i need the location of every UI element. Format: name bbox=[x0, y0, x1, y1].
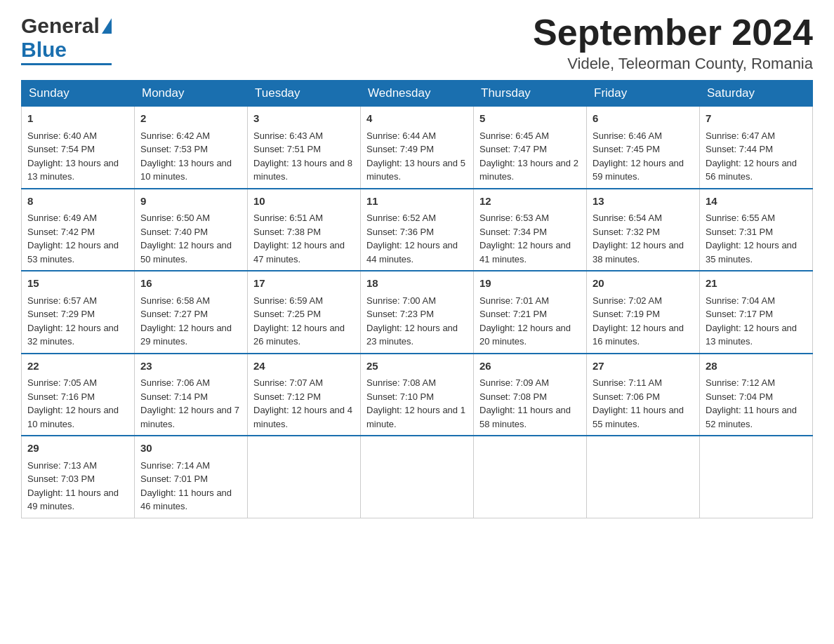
sunset-text: Sunset: 7:53 PM bbox=[140, 142, 241, 156]
sunrise-text: Sunrise: 6:45 AM bbox=[479, 129, 581, 143]
day-number: 30 bbox=[140, 441, 241, 457]
daylight-text: Daylight: 11 hours and 46 minutes. bbox=[140, 486, 241, 514]
table-row: 8Sunrise: 6:49 AMSunset: 7:42 PMDaylight… bbox=[22, 189, 135, 271]
day-number: 27 bbox=[593, 358, 694, 375]
table-row: 29Sunrise: 7:13 AMSunset: 7:03 PMDayligh… bbox=[22, 436, 135, 518]
table-row: 13Sunrise: 6:54 AMSunset: 7:32 PMDayligh… bbox=[587, 189, 700, 271]
header-sunday: Sunday bbox=[22, 81, 135, 107]
day-number: 16 bbox=[140, 276, 241, 292]
logo-general-word: General bbox=[21, 14, 100, 38]
day-number: 8 bbox=[27, 194, 128, 210]
day-number: 28 bbox=[706, 358, 807, 375]
sunrise-text: Sunrise: 7:07 AM bbox=[253, 376, 355, 390]
logo: General Blue bbox=[21, 14, 112, 65]
sunrise-text: Sunrise: 7:06 AM bbox=[140, 376, 241, 390]
daylight-text: Daylight: 11 hours and 49 minutes. bbox=[27, 486, 128, 514]
table-row: 19Sunrise: 7:01 AMSunset: 7:21 PMDayligh… bbox=[474, 271, 587, 354]
sunrise-text: Sunrise: 6:50 AM bbox=[140, 211, 241, 225]
day-number: 3 bbox=[253, 111, 355, 127]
sunset-text: Sunset: 7:47 PM bbox=[479, 142, 581, 156]
day-number: 29 bbox=[27, 441, 128, 457]
sunset-text: Sunset: 7:27 PM bbox=[140, 307, 241, 321]
sunrise-text: Sunrise: 7:13 AM bbox=[27, 459, 128, 473]
table-row: 22Sunrise: 7:05 AMSunset: 7:16 PMDayligh… bbox=[22, 354, 135, 436]
calendar-week-row: 8Sunrise: 6:49 AMSunset: 7:42 PMDaylight… bbox=[22, 189, 813, 271]
sunset-text: Sunset: 7:29 PM bbox=[27, 307, 128, 321]
daylight-text: Daylight: 12 hours and 59 minutes. bbox=[593, 156, 694, 184]
daylight-text: Daylight: 12 hours and 44 minutes. bbox=[366, 239, 468, 266]
table-row: 12Sunrise: 6:53 AMSunset: 7:34 PMDayligh… bbox=[474, 189, 587, 271]
sunrise-text: Sunrise: 6:55 AM bbox=[706, 211, 807, 225]
sunrise-text: Sunrise: 7:08 AM bbox=[366, 376, 468, 390]
sunset-text: Sunset: 7:21 PM bbox=[479, 307, 581, 321]
table-row: 27Sunrise: 7:11 AMSunset: 7:06 PMDayligh… bbox=[587, 354, 700, 436]
daylight-text: Daylight: 13 hours and 8 minutes. bbox=[253, 156, 355, 184]
day-number: 21 bbox=[706, 276, 807, 292]
table-row: 16Sunrise: 6:58 AMSunset: 7:27 PMDayligh… bbox=[135, 271, 248, 354]
day-number: 7 bbox=[706, 111, 807, 127]
calendar-table: Sunday Monday Tuesday Wednesday Thursday… bbox=[21, 80, 813, 518]
logo-blue-word: Blue bbox=[21, 38, 67, 61]
table-row bbox=[361, 436, 474, 518]
table-row: 10Sunrise: 6:51 AMSunset: 7:38 PMDayligh… bbox=[248, 189, 361, 271]
sunset-text: Sunset: 7:10 PM bbox=[366, 390, 468, 404]
sunrise-text: Sunrise: 6:47 AM bbox=[706, 129, 807, 143]
table-row: 30Sunrise: 7:14 AMSunset: 7:01 PMDayligh… bbox=[135, 436, 248, 518]
daylight-text: Daylight: 12 hours and 53 minutes. bbox=[27, 239, 128, 266]
day-number: 18 bbox=[366, 276, 468, 292]
daylight-text: Daylight: 11 hours and 52 minutes. bbox=[706, 403, 807, 431]
table-row bbox=[700, 436, 813, 518]
table-row: 6Sunrise: 6:46 AMSunset: 7:45 PMDaylight… bbox=[587, 107, 700, 189]
table-row: 14Sunrise: 6:55 AMSunset: 7:31 PMDayligh… bbox=[700, 189, 813, 271]
sunset-text: Sunset: 7:23 PM bbox=[366, 307, 468, 321]
daylight-text: Daylight: 12 hours and 47 minutes. bbox=[253, 239, 355, 266]
daylight-text: Daylight: 12 hours and 38 minutes. bbox=[593, 239, 694, 266]
table-row: 26Sunrise: 7:09 AMSunset: 7:08 PMDayligh… bbox=[474, 354, 587, 436]
daylight-text: Daylight: 12 hours and 29 minutes. bbox=[140, 321, 241, 349]
sunset-text: Sunset: 7:54 PM bbox=[27, 142, 128, 156]
daylight-text: Daylight: 12 hours and 56 minutes. bbox=[706, 156, 807, 184]
table-row: 24Sunrise: 7:07 AMSunset: 7:12 PMDayligh… bbox=[248, 354, 361, 436]
daylight-text: Daylight: 12 hours and 10 minutes. bbox=[27, 403, 128, 431]
daylight-text: Daylight: 12 hours and 20 minutes. bbox=[479, 321, 581, 349]
table-row: 18Sunrise: 7:00 AMSunset: 7:23 PMDayligh… bbox=[361, 271, 474, 354]
table-row: 7Sunrise: 6:47 AMSunset: 7:44 PMDaylight… bbox=[700, 107, 813, 189]
day-number: 24 bbox=[253, 358, 355, 375]
sunrise-text: Sunrise: 6:42 AM bbox=[140, 129, 241, 143]
sunrise-text: Sunrise: 7:04 AM bbox=[706, 294, 807, 308]
header-saturday: Saturday bbox=[700, 81, 813, 107]
sunrise-text: Sunrise: 7:00 AM bbox=[366, 294, 468, 308]
sunset-text: Sunset: 7:14 PM bbox=[140, 390, 241, 404]
table-row: 15Sunrise: 6:57 AMSunset: 7:29 PMDayligh… bbox=[22, 271, 135, 354]
daylight-text: Daylight: 12 hours and 23 minutes. bbox=[366, 321, 468, 349]
sunrise-text: Sunrise: 6:57 AM bbox=[27, 294, 128, 308]
calendar-week-row: 1Sunrise: 6:40 AMSunset: 7:54 PMDaylight… bbox=[22, 107, 813, 189]
sunset-text: Sunset: 7:34 PM bbox=[479, 225, 581, 239]
sunrise-text: Sunrise: 6:40 AM bbox=[27, 129, 128, 143]
day-number: 12 bbox=[479, 194, 581, 210]
sunset-text: Sunset: 7:25 PM bbox=[253, 307, 355, 321]
day-number: 26 bbox=[479, 358, 581, 375]
daylight-text: Daylight: 13 hours and 13 minutes. bbox=[27, 156, 128, 184]
location-subtitle: Videle, Teleorman County, Romania bbox=[533, 55, 813, 73]
sunset-text: Sunset: 7:06 PM bbox=[593, 390, 694, 404]
day-number: 1 bbox=[27, 111, 128, 127]
sunrise-text: Sunrise: 6:51 AM bbox=[253, 211, 355, 225]
calendar-week-row: 29Sunrise: 7:13 AMSunset: 7:03 PMDayligh… bbox=[22, 436, 813, 518]
daylight-text: Daylight: 11 hours and 58 minutes. bbox=[479, 403, 581, 431]
sunset-text: Sunset: 7:31 PM bbox=[706, 225, 807, 239]
month-title: September 2024 bbox=[533, 14, 813, 51]
title-area: September 2024 Videle, Teleorman County,… bbox=[533, 14, 813, 73]
table-row: 9Sunrise: 6:50 AMSunset: 7:40 PMDaylight… bbox=[135, 189, 248, 271]
sunrise-text: Sunrise: 6:49 AM bbox=[27, 211, 128, 225]
sunrise-text: Sunrise: 7:01 AM bbox=[479, 294, 581, 308]
logo-bottom-line bbox=[21, 63, 112, 65]
sunset-text: Sunset: 7:01 PM bbox=[140, 472, 241, 486]
sunset-text: Sunset: 7:51 PM bbox=[253, 142, 355, 156]
day-number: 11 bbox=[366, 194, 468, 210]
sunrise-text: Sunrise: 6:58 AM bbox=[140, 294, 241, 308]
sunset-text: Sunset: 7:42 PM bbox=[27, 225, 128, 239]
table-row: 3Sunrise: 6:43 AMSunset: 7:51 PMDaylight… bbox=[248, 107, 361, 189]
table-row: 21Sunrise: 7:04 AMSunset: 7:17 PMDayligh… bbox=[700, 271, 813, 354]
day-number: 22 bbox=[27, 358, 128, 375]
